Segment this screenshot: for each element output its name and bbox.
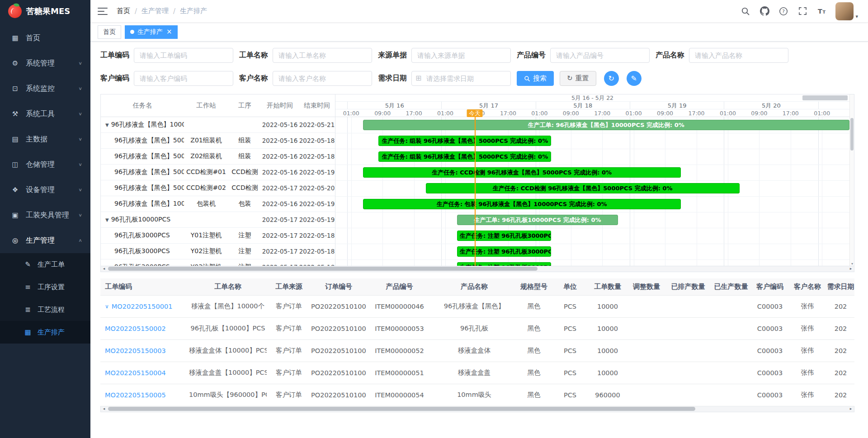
search-icon[interactable] [741,6,750,16]
sidebar-item-label: 工序设置 [38,283,65,292]
tab-production-schedule[interactable]: 生产排产× [125,25,178,39]
filter-input-product-name[interactable] [689,48,788,63]
filter-input-order-code[interactable] [134,48,233,63]
gantt-order-bar[interactable]: 生产工单: 96孔移液盒【黑色】10000PCS 完成比例: 0% [363,120,849,130]
gantt-task-bar[interactable]: 生产任务: 组装 96孔移液盒【黑色】5000PCS 完成比例: 0% [378,151,551,162]
caret-down-icon[interactable]: ▼ [105,122,109,127]
timeline-scroll-thumb[interactable] [802,95,848,100]
sidebar-item-production-workorder[interactable]: ✎生产工单 [0,253,90,276]
close-icon[interactable]: × [166,28,172,35]
gantt-task-bar[interactable]: 生产任务: 注塑 96孔孔板3000PCS 完成比例: 0% [457,246,551,257]
sidebar-item-production-mgmt[interactable]: ◎生产管理∧ [0,228,90,253]
sidebar-submenu-production: ✎生产工单≡工序设置≣工艺流程▦生产排产 [0,253,90,344]
gantt-task-bar[interactable]: 生产任务: CCD检测 96孔移液盒【黑色】5000PCS 完成比例: 0% [426,183,740,193]
sidebar-item-system-mgmt[interactable]: ⚙系统管理∨ [0,51,90,76]
gantt-task-bar[interactable]: 生产任务: 包装 96孔移液盒【黑色】10000PCS 完成比例: 0% [363,199,681,209]
gantt-task-row[interactable]: ▼96孔孔板10000PCS2022-05-172022-05-19 [101,212,335,228]
breadcrumb-item[interactable]: 首页 [117,7,130,15]
gantt-task-name: 96孔孔板3000PCS [101,263,184,266]
timeline-day-label: 5月 18 [536,102,630,109]
app-logo[interactable]: 苦糖果MES [0,0,90,23]
timeline-hour-label: 01:00 [626,109,642,117]
user-menu[interactable]: ▾ [835,2,858,20]
gantt-task-bar[interactable]: 生产任务: 组装 96孔移液盒【黑色】5000PCS 完成比例: 0% [378,136,551,146]
warehouse-icon: ◫ [11,160,19,169]
filter-input-order-name[interactable] [273,48,372,63]
gantt-task-name: ▼96孔移液盒【黑色】10000PCS [101,121,184,129]
sidebar: 苦糖果MES ▦首页⚙系统管理∨⊡系统监控∨⚒系统工具∨▤主数据∨◫仓储管理∨❖… [0,0,90,438]
reset-button[interactable]: ↻ 重置 [560,71,596,86]
task-name-text: 96孔移液盒【黑色】5000PCS [114,184,184,192]
scroll-thumb[interactable] [108,267,538,271]
order-code-wrap: ∨MO202205150001 [105,303,172,310]
gantt-task-start: 2022-05-17 [261,184,298,192]
scroll-left-icon[interactable]: ◂ [101,406,107,411]
refresh-circle-button[interactable]: ↻ [604,71,619,86]
gantt-order-bar[interactable]: 生产工单: 96孔孔板10000PCS 完成比例: 0% [457,215,618,225]
github-icon[interactable] [760,6,769,16]
gantt-task-row[interactable]: 96孔移液盒【黑色】10000PCS包装机包装2022-05-162022-05… [101,196,335,212]
filter-input-customer-code[interactable] [134,71,233,86]
timeline-hour-label: 17:00 [500,109,516,117]
sidebar-toggle-icon[interactable] [98,7,108,15]
gantt-task-row[interactable]: 96孔移液盒【黑色】5000PCSZ02组装机组装2022-05-162022-… [101,149,335,165]
gantt-task-bar[interactable]: 生产任务: CCD检测 96孔移液盒【黑色】5000PCS 完成比例: 0% [363,167,681,178]
sidebar-item-process-flow[interactable]: ≣工艺流程 [0,298,90,321]
sidebar-item-home[interactable]: ▦首页 [0,25,90,51]
gantt-task-row[interactable]: 96孔移液盒【黑色】5000PCSZ01组装机组装2022-05-162022-… [101,133,335,149]
help-icon[interactable]: ? [778,6,788,16]
order-code-link[interactable]: MO202205150003 [105,347,166,354]
gantt-column-header: 结束时间 [298,101,335,110]
gantt-task-bar[interactable]: 生产任务: 注塑 96孔孔板3000PCS 完成比例: 0% [457,262,551,266]
tab-home[interactable]: 首页 [98,25,121,39]
sidebar-item-system-monitor[interactable]: ⊡系统监控∨ [0,76,90,101]
scroll-thumb[interactable] [108,407,695,411]
order-cell-scheduled-qty [666,339,710,362]
tab-label: 首页 [103,28,116,36]
scroll-left-icon[interactable]: ◂ [101,266,107,271]
gantt-task-row[interactable]: 96孔孔板3000PCSY03注塑机注塑2022-05-172022-05-18 [101,259,335,266]
sidebar-item-process-settings[interactable]: ≡工序设置 [0,276,90,298]
task-name-text: 96孔移液盒【黑色】5000PCS [114,152,184,160]
gantt-task-row[interactable]: 96孔移液盒【黑色】5000PCSCCD检测#02CCD检测2022-05-17… [101,180,335,196]
scroll-down-icon[interactable]: ▾ [850,262,854,266]
gantt-task-row[interactable]: 96孔移液盒【黑色】5000PCSCCD检测#01CCD检测2022-05-16… [101,165,335,180]
filter-input-customer-name[interactable] [273,71,372,86]
sidebar-item-master-data[interactable]: ▤主数据∨ [0,127,90,152]
gantt-task-row[interactable]: ▼96孔移液盒【黑色】10000PCS2022-05-162022-05-21 [101,117,335,133]
order-code-link[interactable]: MO202205150001 [112,303,173,310]
scroll-thumb[interactable] [850,118,854,151]
gantt-vertical-scrollbar[interactable]: ▾ [849,94,854,266]
sidebar-item-warehouse-mgmt[interactable]: ◫仓储管理∨ [0,152,90,177]
order-code-link[interactable]: MO202205150004 [105,369,166,377]
filter-input-source-doc[interactable] [411,48,511,63]
task-name-text: 96孔孔板3000PCS [114,263,170,266]
filter-input-product-code[interactable] [550,48,650,63]
caret-down-icon[interactable]: ▼ [105,217,109,222]
order-code-wrap: MO202205150002 [105,325,166,332]
sidebar-item-production-schedule[interactable]: ▦生产排产 [0,321,90,344]
search-button[interactable]: 搜索 [517,71,554,86]
gantt-task-station: CCD检测#01 [184,168,228,176]
font-size-icon[interactable]: TT [816,6,826,16]
edit-circle-button[interactable]: ✎ [627,71,642,86]
order-code-link[interactable]: MO202205150002 [105,325,166,332]
gantt-task-row[interactable]: 96孔孔板3000PCSY01注塑机注塑2022-05-172022-05-18 [101,228,335,244]
orders-column-header: 需求日期 [827,278,854,295]
gantt-task-row[interactable]: 96孔孔板3000PCSY02注塑机注塑2022-05-172022-05-18 [101,244,335,259]
sidebar-item-system-tools[interactable]: ⚒系统工具∨ [0,101,90,127]
orders-horizontal-scrollbar[interactable]: ◂ ▸ [100,406,854,412]
scroll-right-icon[interactable]: ▸ [848,266,854,271]
sidebar-item-fixture-mgmt[interactable]: ▣工装夹具管理∨ [0,203,90,228]
scroll-right-icon[interactable]: ▸ [848,406,854,411]
gantt-task-station: 包装机 [184,200,228,208]
chevron-down-icon[interactable]: ∨ [105,303,109,310]
fullscreen-icon[interactable] [797,6,807,16]
gantt-horizontal-scrollbar[interactable]: ◂ ▸ [100,266,854,272]
filter-input-demand-date[interactable] [411,71,511,86]
sidebar-item-equipment-mgmt[interactable]: ❖设备管理∨ [0,177,90,203]
order-row: MO202205150003移液盒盒体【10000】PCS客户订单PO20220… [100,339,854,362]
breadcrumb-item[interactable]: 生产管理 [142,7,169,15]
order-code-link[interactable]: MO202205150005 [105,391,166,399]
gantt-task-bar[interactable]: 生产任务: 注塑 96孔孔板3000PCS 完成比例: 0% [457,231,551,241]
